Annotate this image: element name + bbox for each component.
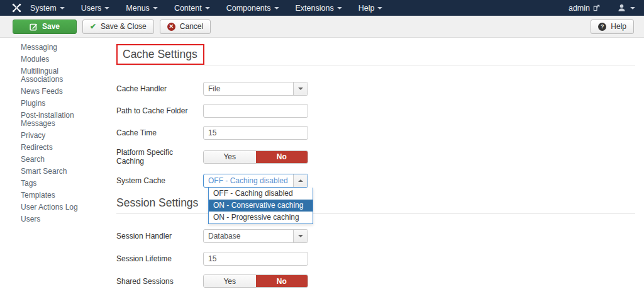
main-panel: Cache Settings Cache Handler File Path t… [116,38,644,293]
nav-menu-extensions[interactable]: Extensions [296,4,342,13]
external-link-icon [593,4,600,11]
cache-handler-label: Cache Handler [116,84,203,93]
sidebar-item-plugins[interactable]: Plugins [21,99,91,108]
user-menu[interactable] [618,4,635,12]
platform-caching-yes-button[interactable]: Yes [204,151,256,163]
select-dropdown-button[interactable] [293,174,308,187]
session-handler-row: Session Handler Database [116,229,635,243]
select-dropdown-button[interactable] [293,230,308,242]
shared-sessions-label: Shared Sessions [116,277,203,286]
shared-sessions-yes-button[interactable]: Yes [204,275,256,287]
system-cache-row: System Cache OFF - Caching disabled OFF … [116,174,635,188]
session-handler-select[interactable]: Database [203,229,308,243]
cache-time-row: Cache Time [116,126,635,140]
chevron-down-icon [274,7,279,9]
top-navbar: System Users Menus Content Components Ex… [0,0,644,16]
system-cache-select[interactable]: OFF - Caching disabled [203,174,308,188]
cache-time-input[interactable] [203,126,308,140]
sidebar-item-templates[interactable]: Templates [21,191,91,200]
cache-settings-form: Cache Handler File Path to Cache Folder … [116,82,635,288]
cache-handler-row: Cache Handler File [116,82,635,96]
session-lifetime-input[interactable] [203,252,308,266]
sidebar-item-search[interactable]: Search [21,155,91,164]
chevron-down-icon [377,7,382,9]
sidebar-item-modules[interactable]: Modules [21,55,91,64]
save-and-close-button[interactable]: ✔ Save & Close [82,20,154,34]
site-preview-link[interactable]: admin [569,4,600,13]
nav-menu-components[interactable]: Components [226,4,279,13]
save-icon [30,23,38,31]
platform-caching-no-button[interactable]: No [256,151,308,163]
caret-down-icon [298,88,303,90]
select-dropdown-button[interactable] [293,82,308,95]
chevron-down-icon [205,7,210,9]
option-conservative-caching[interactable]: ON - Conservative caching [209,200,313,212]
divider [116,65,635,65]
sidebar-item-privacy[interactable]: Privacy [21,132,91,140]
system-cache-dropdown-list: OFF - Caching disabled ON - Conservative… [208,188,313,224]
sidebar: Messaging Modules Multilingual Associati… [0,38,116,293]
cache-path-label: Path to Cache Folder [116,106,203,115]
chevron-down-icon [60,7,65,9]
sidebar-item-smart-search[interactable]: Smart Search [21,167,91,176]
toolbar: Save ✔ Save & Close ✕ Cancel ? Help [0,16,644,38]
chevron-down-icon [337,7,342,9]
session-handler-label: Session Handler [116,232,203,240]
divider [116,213,635,214]
cache-time-label: Cache Time [116,128,203,137]
save-button[interactable]: Save [13,20,77,34]
sidebar-item-multilingual-associations[interactable]: Multilingual Associations [21,67,91,84]
nav-menu-users[interactable]: Users [81,4,110,13]
nav-menu-system[interactable]: System [30,4,65,13]
system-cache-label: System Cache [116,176,203,185]
caret-up-icon [298,179,303,182]
platform-caching-row: Platform Specific Caching Yes No [116,148,635,166]
cache-path-row: Path to Cache Folder [116,104,635,118]
user-icon [618,4,626,12]
shared-sessions-no-button[interactable]: No [256,275,308,287]
joomla-logo [11,3,21,13]
cache-settings-heading: Cache Settings [123,48,197,60]
content-area: Messaging Modules Multilingual Associati… [0,38,644,293]
sidebar-item-user-actions-log[interactable]: User Actions Log [21,203,91,212]
help-icon: ? [598,23,606,31]
sidebar-item-tags[interactable]: Tags [21,179,91,188]
shared-sessions-row: Shared Sessions Yes No [116,274,635,288]
platform-caching-toggle: Yes No [203,150,308,164]
nav-menu-menus[interactable]: Menus [126,4,158,13]
chevron-down-icon [630,7,635,9]
chevron-down-icon [153,7,158,9]
chevron-down-icon [104,7,109,9]
sidebar-item-messaging[interactable]: Messaging [21,43,91,52]
session-lifetime-row: Session Lifetime [116,252,635,266]
cancel-button[interactable]: ✕ Cancel [160,20,211,34]
option-caching-disabled[interactable]: OFF - Caching disabled [209,188,313,200]
cancel-icon: ✕ [167,23,175,31]
nav-menu-content[interactable]: Content [174,4,210,13]
sidebar-item-news-feeds[interactable]: News Feeds [21,88,91,96]
admin-label: admin [569,4,590,13]
cache-handler-select[interactable]: File [203,82,308,96]
session-settings-heading: Session Settings [116,196,635,209]
caret-down-icon [298,235,303,237]
sidebar-item-redirects[interactable]: Redirects [21,144,91,152]
check-icon: ✔ [90,22,96,31]
option-progressive-caching[interactable]: ON - Progressive caching [209,212,313,223]
sidebar-item-users[interactable]: Users [21,215,91,223]
cache-path-input[interactable] [203,104,308,118]
sidebar-item-post-installation-messages[interactable]: Post-installation Messages [21,111,91,128]
annotation-highlight-box: Cache Settings [116,44,204,65]
shared-sessions-toggle: Yes No [203,274,308,288]
nav-menu-help[interactable]: Help [358,4,383,13]
session-lifetime-label: Session Lifetime [116,254,203,263]
help-button[interactable]: ? Help [591,20,634,34]
platform-caching-label: Platform Specific Caching [116,148,203,166]
